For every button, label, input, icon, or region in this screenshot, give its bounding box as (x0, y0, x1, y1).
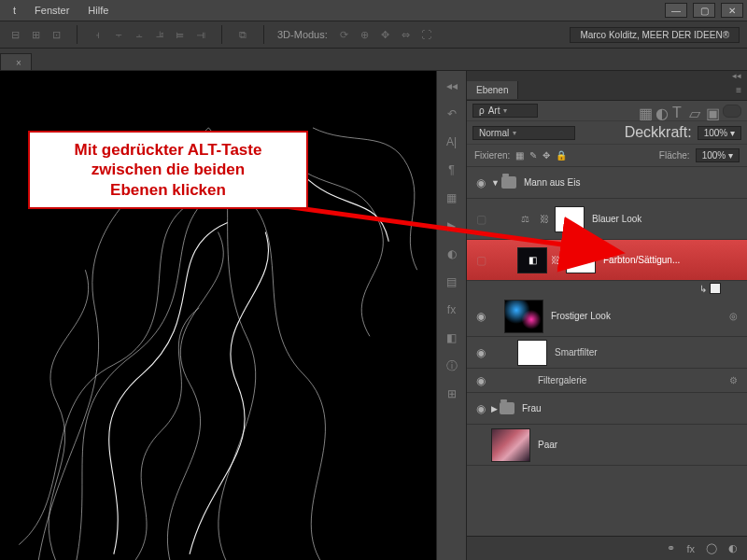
adjustments-icon[interactable]: ◧ (443, 329, 461, 347)
layer-mask-thumb[interactable] (566, 247, 596, 273)
menu-t[interactable]: t (4, 5, 25, 16)
align-icons: ⊟ ⊞ ⊡ (7, 27, 63, 42)
panel-tab-layers[interactable]: Ebenen (467, 81, 518, 99)
disclosure-triangle-icon[interactable]: ▼ (491, 178, 500, 188)
menu-hilfe[interactable]: Hilfe (78, 5, 118, 16)
3d-slide-icon[interactable]: ⇔ (399, 27, 414, 42)
smartfilter-label: Smartfilter (555, 347, 598, 357)
visibility-toggle[interactable]: ▢ (471, 213, 491, 226)
layer-name[interactable]: Mann aus Eis (524, 177, 581, 188)
align-icon[interactable]: ⊟ (7, 27, 22, 42)
tab-close-icon[interactable]: × (16, 58, 21, 68)
character-icon[interactable]: A| (443, 133, 461, 151)
fx-icon[interactable]: fx (686, 543, 695, 554)
filter-options-icon[interactable]: ⚙ (729, 375, 738, 385)
filter-adjust-icon[interactable]: ◐ (655, 105, 669, 118)
filter-mask-thumb[interactable] (517, 340, 547, 366)
fill-label: Fläche: (659, 150, 690, 161)
balance-icon: ⚖ (521, 214, 532, 225)
layer-name[interactable]: Paar (538, 440, 557, 450)
layer-item[interactable]: Paar (467, 425, 747, 466)
distribute-icon[interactable]: ⫞ (91, 27, 106, 42)
3d-roll-icon[interactable]: ⊕ (358, 27, 373, 42)
history-icon[interactable]: ↶ (443, 105, 461, 123)
info-icon[interactable]: ⓘ (443, 357, 461, 375)
distribute-icon[interactable]: ⫠ (132, 27, 147, 42)
lock-row: Fixieren: ▦ ✎ ✥ 🔒 Fläche: 100% ▾ (467, 145, 747, 167)
document-tabs: × (0, 49, 747, 71)
lock-pixels-icon[interactable]: ✎ (529, 150, 537, 161)
lock-all-icon[interactable]: 🔒 (556, 150, 567, 161)
layer-filter-select[interactable]: ρArt▾ (472, 104, 538, 118)
3d-icon[interactable]: ⧉ (235, 27, 250, 42)
document-tab[interactable]: × (0, 53, 32, 70)
filter-type-icon[interactable]: T (672, 105, 685, 118)
layer-thumb[interactable] (504, 300, 543, 333)
link-layers-icon[interactable]: ⚭ (667, 542, 675, 554)
color-icon[interactable]: ◐ (443, 245, 461, 263)
play-icon[interactable]: ▶ (443, 217, 461, 235)
mask-icon[interactable]: ◯ (706, 542, 717, 554)
visibility-toggle[interactable]: ◉ (471, 176, 491, 189)
visibility-toggle[interactable]: ◉ (471, 374, 491, 387)
layer-item[interactable]: ▢ ⚖ ⛓ Blauer Look (467, 199, 747, 240)
layer-mask-thumb[interactable] (555, 206, 585, 232)
visibility-toggle[interactable]: ◉ (471, 346, 491, 359)
blend-mode-select[interactable]: Normal▾ (472, 126, 575, 140)
window-minimize[interactable]: — (665, 3, 687, 18)
swatches-icon[interactable]: ▤ (443, 273, 461, 291)
lock-position-icon[interactable]: ✥ (543, 150, 550, 161)
layer-thumb[interactable] (491, 428, 530, 462)
filter-toggle[interactable] (723, 105, 741, 118)
layer-name[interactable]: Frostiger Look (551, 311, 611, 321)
filter-shape-icon[interactable]: ▱ (689, 105, 702, 118)
layer-name[interactable]: Frau (522, 403, 542, 413)
styles-icon[interactable]: fx (443, 301, 461, 319)
disclosure-triangle-icon[interactable]: ▶ (491, 404, 498, 413)
lock-transparency-icon[interactable]: ▦ (515, 150, 524, 161)
collapse-arrows-icon[interactable]: ◂◂ (443, 77, 461, 95)
layer-group[interactable]: ◉ ▶ Frau (467, 393, 747, 425)
3d-pan-icon[interactable]: ✥ (378, 27, 393, 42)
layer-group[interactable]: ◉ ▼ Mann aus Eis (467, 167, 747, 199)
window-maximize[interactable]: ▢ (693, 3, 715, 18)
annotation-callout: Mit gedrückter ALT-Taste zwischen die be… (28, 131, 308, 209)
collapse-arrows-icon[interactable]: ◂◂ (732, 71, 741, 80)
distribute-icon[interactable]: ⫣ (193, 27, 208, 42)
filter-name[interactable]: Filtergalerie (538, 375, 586, 385)
layer-item-selected[interactable]: ▢ ◧ ⛓ Farbton/Sättigun... (467, 240, 747, 281)
opacity-input[interactable]: 100% ▾ (698, 126, 741, 140)
navigator-icon[interactable]: ▦ (443, 189, 461, 207)
filter-smart-icon[interactable]: ▣ (706, 105, 719, 118)
distribute-icon[interactable]: ⫟ (111, 27, 126, 42)
menu-bar: t Fenster Hilfe — ▢ ✕ (0, 0, 747, 21)
visibility-toggle[interactable]: ◉ (471, 310, 491, 323)
3d-scale-icon[interactable]: ⛶ (419, 27, 434, 42)
3d-rotate-icon[interactable]: ⟳ (337, 27, 352, 42)
window-close[interactable]: ✕ (721, 3, 743, 18)
layer-name[interactable]: Farbton/Sättigun... (603, 255, 680, 265)
layer-name[interactable]: Blauer Look (592, 214, 641, 224)
distribute-icon[interactable]: ⫢ (173, 27, 188, 42)
align-icon[interactable]: ⊞ (28, 27, 43, 42)
distribute-icon[interactable]: ⫡ (152, 27, 167, 42)
opacity-label: Deckkraft: (625, 124, 692, 141)
folder-icon (501, 176, 516, 189)
properties-icon[interactable]: ⊞ (443, 385, 461, 403)
panel-menu-icon[interactable]: ≡ (730, 85, 747, 95)
adjustment-thumb[interactable]: ◧ (517, 247, 547, 273)
layer-item[interactable]: ◉ Frostiger Look ◎ (467, 296, 747, 337)
visibility-toggle[interactable]: ◉ (471, 402, 491, 415)
adjustment-icon[interactable]: ◐ (728, 542, 738, 554)
fill-input[interactable]: 100% ▾ (696, 148, 740, 162)
smartfilter-row[interactable]: ◉ Smartfilter (467, 337, 747, 369)
clip-thumb (710, 283, 721, 294)
filter-pixel-icon[interactable]: ▦ (639, 105, 652, 118)
lock-label: Fixieren: (474, 150, 510, 161)
layers-panel: ◂◂ Ebenen ≡ ρArt▾ ▦ ◐ T ▱ ▣ Normal▾ Deck… (467, 71, 747, 560)
menu-fenster[interactable]: Fenster (25, 5, 78, 16)
paragraph-icon[interactable]: ¶ (443, 161, 461, 179)
smartfilter-entry[interactable]: ◉ Filtergalerie ⚙ (467, 369, 747, 393)
visibility-toggle[interactable]: ▢ (471, 254, 491, 267)
align-icon[interactable]: ⊡ (49, 27, 63, 42)
